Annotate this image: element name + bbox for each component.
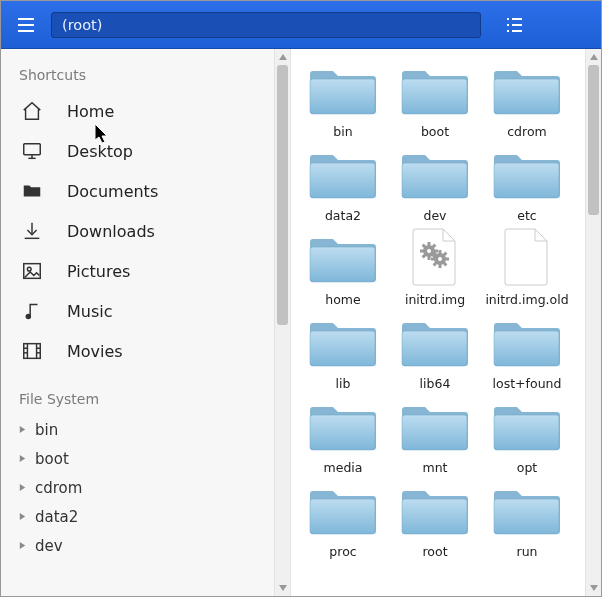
window-body: Shortcuts HomeDesktopDocumentsDownloadsP… <box>1 49 601 596</box>
folder-icon <box>491 59 563 122</box>
sidebar-item-label: Desktop <box>67 142 133 161</box>
file-item[interactable]: initrd.img.old <box>483 227 571 307</box>
sidebar-item-label: Home <box>67 102 114 121</box>
svg-marker-67 <box>590 54 598 60</box>
scroll-up-arrow[interactable] <box>586 49 601 65</box>
folder-icon <box>307 143 379 206</box>
disclosure-triangle-icon[interactable] <box>15 454 29 463</box>
item-label: proc <box>329 544 356 559</box>
folder-item[interactable]: proc <box>299 479 387 559</box>
path-text: (root) <box>62 17 102 33</box>
svg-rect-58 <box>310 331 375 366</box>
svg-rect-33 <box>494 79 559 114</box>
fs-tree-item[interactable]: data2 <box>15 502 282 531</box>
svg-rect-59 <box>402 331 467 366</box>
titlebar: (root) <box>1 1 601 49</box>
menu-icon <box>16 15 36 35</box>
svg-rect-62 <box>402 415 467 450</box>
file-item[interactable]: initrd.img <box>391 227 479 307</box>
fs-item-label: cdrom <box>35 479 82 497</box>
item-label: lib64 <box>420 376 451 391</box>
svg-marker-26 <box>19 484 24 491</box>
fs-tree-item[interactable]: boot <box>15 444 282 473</box>
folder-item[interactable]: opt <box>483 395 571 475</box>
path-bar[interactable]: (root) <box>51 12 481 38</box>
folder-icon <box>307 227 379 290</box>
folder-icon <box>399 143 471 206</box>
svg-marker-24 <box>19 426 24 433</box>
disclosure-triangle-icon[interactable] <box>15 512 29 521</box>
scrollbar-thumb[interactable] <box>588 65 599 215</box>
svg-rect-34 <box>310 163 375 198</box>
folder-item[interactable]: media <box>299 395 387 475</box>
file-view[interactable]: bin boot cdrom data2 dev etc <box>291 49 601 596</box>
folder-icon <box>399 311 471 374</box>
file-icon <box>499 227 555 290</box>
svg-rect-65 <box>402 499 467 534</box>
scroll-down-arrow[interactable] <box>275 580 290 596</box>
sidebar-item-documents[interactable]: Documents <box>19 171 282 211</box>
sidebar-item-desktop[interactable]: Desktop <box>19 131 282 171</box>
folder-item[interactable]: bin <box>299 59 387 139</box>
svg-marker-27 <box>19 513 24 520</box>
scroll-up-arrow[interactable] <box>275 49 290 65</box>
svg-marker-29 <box>279 54 287 60</box>
svg-point-39 <box>427 249 431 253</box>
svg-rect-52 <box>445 258 449 261</box>
disclosure-triangle-icon[interactable] <box>15 541 29 550</box>
svg-rect-42 <box>428 242 431 246</box>
item-label: cdrom <box>507 124 547 139</box>
download-icon <box>19 220 45 242</box>
sidebar: Shortcuts HomeDesktopDocumentsDownloadsP… <box>1 49 291 596</box>
folder-icon <box>307 59 379 122</box>
sidebar-item-home[interactable]: Home <box>19 91 282 131</box>
folder-icon <box>491 395 563 458</box>
filesystem-header: File System <box>19 391 282 407</box>
folder-item[interactable]: dev <box>391 143 479 223</box>
folder-icon <box>399 395 471 458</box>
item-label: opt <box>517 460 537 475</box>
list-view-icon <box>504 15 524 35</box>
disclosure-triangle-icon[interactable] <box>15 425 29 434</box>
svg-rect-35 <box>402 163 467 198</box>
item-label: lib <box>336 376 351 391</box>
folder-item[interactable]: home <box>299 227 387 307</box>
disclosure-triangle-icon[interactable] <box>15 483 29 492</box>
view-mode-button[interactable] <box>497 8 531 42</box>
svg-rect-60 <box>494 331 559 366</box>
folder-item[interactable]: lib64 <box>391 311 479 391</box>
svg-rect-32 <box>402 79 467 114</box>
sidebar-item-label: Documents <box>67 182 158 201</box>
executable-file-icon <box>407 227 463 290</box>
folder-item[interactable]: mnt <box>391 395 479 475</box>
fs-tree-item[interactable]: bin <box>15 415 282 444</box>
scroll-down-arrow[interactable] <box>586 580 601 596</box>
scrollbar-thumb[interactable] <box>277 65 288 325</box>
item-label: mnt <box>423 460 448 475</box>
item-label: lost+found <box>493 376 562 391</box>
folder-item[interactable]: boot <box>391 59 479 139</box>
folder-item[interactable]: data2 <box>299 143 387 223</box>
fs-tree-item[interactable]: cdrom <box>15 473 282 502</box>
hamburger-menu-button[interactable] <box>9 8 43 42</box>
svg-rect-36 <box>494 163 559 198</box>
folder-item[interactable]: etc <box>483 143 571 223</box>
folder-item[interactable]: root <box>391 479 479 559</box>
folder-item[interactable]: lib <box>299 311 387 391</box>
fs-tree-item[interactable]: dev <box>15 531 282 560</box>
folder-item[interactable]: cdrom <box>483 59 571 139</box>
folder-item[interactable]: lost+found <box>483 311 571 391</box>
svg-rect-56 <box>431 258 435 261</box>
sidebar-item-music[interactable]: Music <box>19 291 282 331</box>
folder-item[interactable]: run <box>483 479 571 559</box>
sidebar-item-pictures[interactable]: Pictures <box>19 251 282 291</box>
item-label: etc <box>517 208 536 223</box>
svg-rect-17 <box>24 344 41 359</box>
item-label: run <box>517 544 538 559</box>
item-label: initrd.img.old <box>485 292 568 307</box>
sidebar-scrollbar[interactable] <box>274 49 290 596</box>
content-scrollbar[interactable] <box>585 49 601 596</box>
svg-rect-31 <box>310 79 375 114</box>
sidebar-item-downloads[interactable]: Downloads <box>19 211 282 251</box>
sidebar-item-movies[interactable]: Movies <box>19 331 282 371</box>
